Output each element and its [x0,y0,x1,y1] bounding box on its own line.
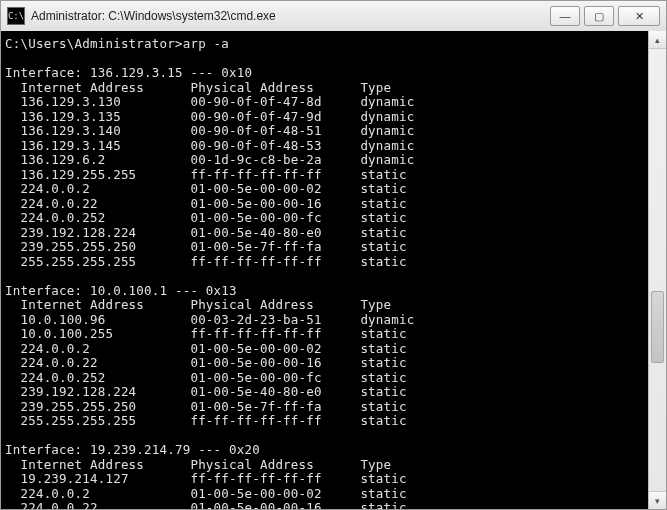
chevron-down-icon: ▾ [655,496,660,506]
chevron-up-icon: ▴ [655,35,660,45]
window-title: Administrator: C:\Windows\system32\cmd.e… [31,9,550,23]
scroll-thumb[interactable] [651,291,664,363]
scroll-down-button[interactable]: ▾ [649,491,666,509]
cmd-window: C:\ Administrator: C:\Windows\system32\c… [0,0,667,510]
console-client-area: C:\Users\Administrator>arp -a Interface:… [1,31,666,509]
minimize-icon: — [560,10,571,22]
vertical-scrollbar[interactable]: ▴ ▾ [648,31,666,509]
console-output[interactable]: C:\Users\Administrator>arp -a Interface:… [1,31,648,509]
window-controls: — ▢ ✕ [550,6,660,26]
close-button[interactable]: ✕ [618,6,660,26]
close-icon: ✕ [635,10,644,23]
maximize-icon: ▢ [594,10,604,23]
cmd-icon: C:\ [7,7,25,25]
minimize-button[interactable]: — [550,6,580,26]
titlebar[interactable]: C:\ Administrator: C:\Windows\system32\c… [1,1,666,32]
scroll-up-button[interactable]: ▴ [649,31,666,49]
maximize-button[interactable]: ▢ [584,6,614,26]
